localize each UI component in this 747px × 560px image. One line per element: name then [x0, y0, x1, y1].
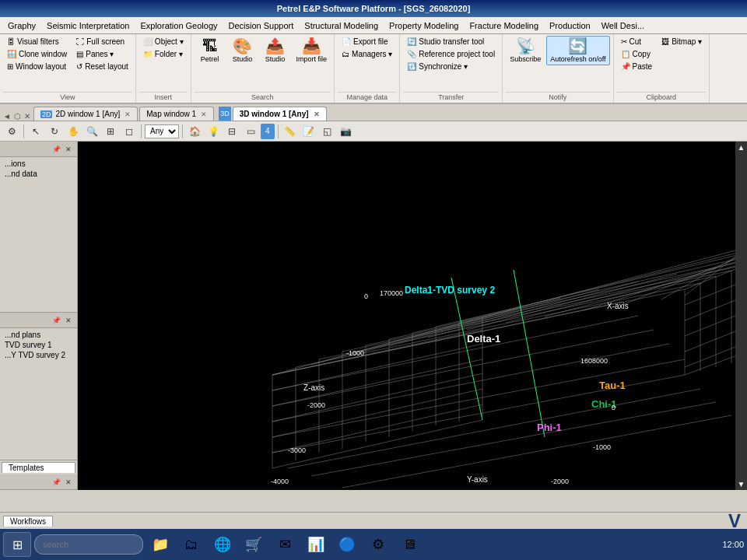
panes-btn[interactable]: ▤ Panes ▾	[72, 48, 132, 60]
templates-tab[interactable]: Templates	[2, 462, 75, 473]
toolbar-perspective-btn[interactable]: ◻	[121, 124, 138, 139]
menu-exploration[interactable]: Exploration Geology	[135, 19, 222, 32]
tab-3d-window-1[interactable]: 3D window 1 [Any] ✕	[233, 107, 327, 121]
object-btn[interactable]: ⬜ Object ▾	[139, 36, 188, 47]
studio-transfer-btn[interactable]: 🔄 Studio transfer tool	[403, 36, 499, 47]
notify-group-label: Notify	[506, 92, 609, 101]
scroll-up-btn[interactable]: ▲	[736, 142, 747, 153]
workflows-tab[interactable]: Workflows	[3, 516, 53, 527]
copy-btn[interactable]: 📋 Copy	[617, 48, 657, 60]
panel-close-btn-3[interactable]: ✕	[63, 477, 74, 488]
panel-pin-btn[interactable]: 📌	[51, 144, 61, 155]
toolbar-screenshot-btn[interactable]: 📷	[338, 124, 355, 139]
object-icon: ⬜	[143, 37, 153, 46]
toolbar-rotate-btn[interactable]: ↻	[46, 124, 63, 139]
synchronize-btn[interactable]: 🔃 Synchronize ▾	[403, 61, 499, 72]
tab-3d-close[interactable]: ✕	[314, 110, 320, 118]
ribbon-group-clipboard: ✂ Cut 📋 Copy 📌 Paste 🖼 Bitmap ▾ Cl	[614, 34, 710, 103]
taskbar-app-taskview[interactable]: 🗂	[177, 532, 205, 557]
toolbar-number-btn[interactable]: 4	[261, 124, 275, 139]
taskbar-app-mail[interactable]: ✉	[271, 532, 299, 557]
window-layout-btn[interactable]: ⊞ Window layout	[3, 61, 71, 72]
panel-item-3[interactable]: ...nd plans	[2, 330, 75, 340]
panel-item-5[interactable]: ...Y TVD survey 2	[2, 350, 75, 360]
menu-seismic[interactable]: Seismic Interpretation	[42, 19, 134, 32]
studio2-btn[interactable]: 📤 Studio	[260, 36, 291, 65]
toolbar-fit-btn[interactable]: ⊞	[102, 124, 119, 139]
bitmap-btn[interactable]: 🖼 Bitmap ▾	[658, 36, 706, 47]
svg-text:-1000: -1000	[593, 443, 611, 451]
import-btn[interactable]: 📥 Import file	[293, 36, 331, 65]
toolbar-grid-btn[interactable]: ⊟	[223, 124, 240, 139]
tab-collapse-icon[interactable]: ◄	[3, 112, 11, 121]
taskbar-app-store[interactable]: 🛒	[240, 532, 268, 557]
menu-fracture[interactable]: Fracture Modeling	[465, 19, 543, 32]
svg-line-28	[319, 276, 716, 359]
svg-text:0: 0	[364, 292, 368, 300]
toolbar-annotation-btn[interactable]: 📝	[300, 124, 317, 139]
petrel-btn[interactable]: 🏗 Petrel	[195, 36, 226, 65]
toolbar-pan-btn[interactable]: ✋	[65, 124, 82, 139]
menu-well[interactable]: Well Desi...	[597, 19, 649, 32]
taskbar-search[interactable]	[34, 534, 143, 555]
cut-btn[interactable]: ✂ Cut	[617, 36, 657, 47]
folder-btn[interactable]: 📁 Folder ▾	[139, 48, 188, 60]
taskbar-app-files[interactable]: 📁	[146, 532, 174, 557]
toolbar-home-btn[interactable]: 🏠	[186, 124, 203, 139]
visual-filters-btn[interactable]: 🎛 Visual filters	[3, 36, 71, 47]
autorefresh-btn[interactable]: 🔄 Autorefresh on/off	[546, 36, 609, 65]
menu-production[interactable]: Production	[545, 19, 595, 32]
menu-property[interactable]: Property Modeling	[384, 19, 463, 32]
reference-project-btn[interactable]: 📎 Reference project tool	[403, 48, 499, 60]
toolbar-settings-btn[interactable]: ⚙	[3, 124, 20, 139]
transfer-group-label: Transfer	[403, 92, 499, 101]
managers-btn[interactable]: 🗂 Managers ▾	[338, 48, 396, 60]
panel-item-4[interactable]: TVD survey 1	[2, 340, 75, 350]
tab-map-close[interactable]: ✕	[201, 110, 207, 118]
svg-text:-4000: -4000	[271, 478, 289, 485]
reset-layout-btn[interactable]: ↺ Reset layout	[72, 61, 132, 72]
start-button[interactable]: ⊞	[3, 532, 31, 557]
panel-pin-btn-3[interactable]: 📌	[51, 477, 61, 488]
tab-map-window-1[interactable]: Map window 1 ✕	[139, 107, 214, 121]
reference-icon: 📎	[407, 50, 416, 58]
export-file-btn[interactable]: 📄 Export file	[338, 36, 396, 47]
taskbar-app-explorer[interactable]: 🌐	[209, 532, 237, 557]
taskbar-app-edge[interactable]: 🔵	[333, 532, 361, 557]
toolbar-measure-btn[interactable]: 📏	[282, 124, 299, 139]
toolbar-lights-btn[interactable]: 💡	[205, 124, 222, 139]
svg-line-4	[272, 316, 638, 390]
svg-text:Y-axis: Y-axis	[467, 475, 488, 484]
panel-close-btn-2[interactable]: ✕	[63, 315, 74, 326]
taskbar-app-monitor[interactable]: 🖥	[395, 532, 423, 557]
subscribe-btn[interactable]: 📡 Subscribe	[506, 36, 545, 65]
scroll-down-btn[interactable]: ▼	[736, 478, 747, 490]
menu-structural[interactable]: Structural Modeling	[300, 19, 383, 32]
toolbar-mode-select[interactable]: Any	[145, 124, 179, 138]
toolbar-cursor-btn[interactable]: ↖	[27, 124, 44, 139]
toolbar-slice-btn[interactable]: ◱	[319, 124, 336, 139]
viewport[interactable]: Delta1-TVD survey 2 Delta-1 Tau-1 Chi-1 …	[78, 142, 747, 490]
panel-item-2[interactable]: ...nd data	[2, 169, 75, 179]
bitmap-icon: 🖼	[661, 37, 669, 46]
panel-close-btn[interactable]: ✕	[63, 144, 74, 155]
toolbar-zoom-btn[interactable]: 🔍	[83, 124, 100, 139]
ribbon-group-notify: 📡 Subscribe 🔄 Autorefresh on/off Notify	[503, 34, 613, 103]
tab-2d-window-1[interactable]: 2D 2D window 1 [Any] ✕	[33, 107, 138, 121]
tab-2d-close[interactable]: ✕	[124, 110, 131, 118]
toolbar-plane-btn[interactable]: ▭	[242, 124, 259, 139]
menu-graphy[interactable]: Graphy	[3, 19, 40, 32]
toolbar-sep-1	[23, 124, 24, 138]
clone-window-btn[interactable]: 🪟 Clone window	[3, 48, 71, 60]
panel-item-1[interactable]: ...ions	[2, 159, 75, 169]
full-screen-btn[interactable]: ⛶ Full screen	[72, 36, 132, 47]
studio-btn[interactable]: 🎨 Studio	[227, 36, 258, 65]
paste-btn[interactable]: 📌 Paste	[617, 61, 657, 72]
taskbar-app-excel[interactable]: 📊	[302, 532, 330, 557]
taskbar-app-settings[interactable]: ⚙	[364, 532, 392, 557]
clone-window-icon: 🪟	[7, 50, 16, 58]
window-layout-icon: ⊞	[7, 62, 13, 71]
menu-decision[interactable]: Decision Support	[224, 19, 299, 32]
copy-icon: 📋	[621, 50, 630, 58]
panel-pin-btn-2[interactable]: 📌	[51, 315, 61, 326]
